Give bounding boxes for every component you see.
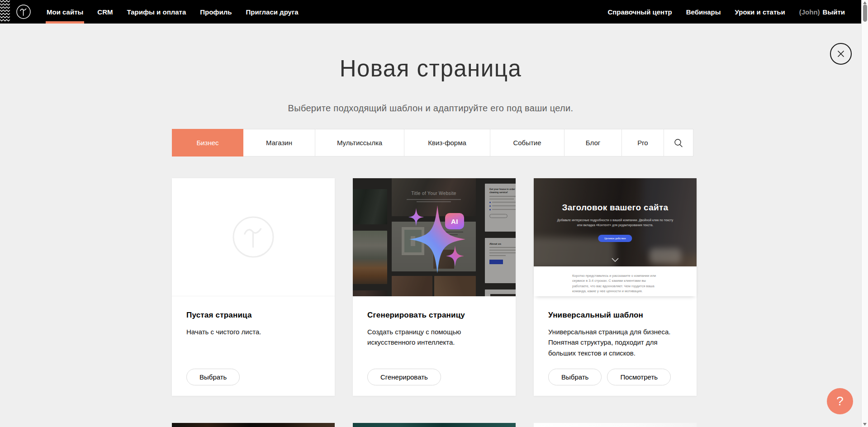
nav-item-my-sites[interactable]: Мои сайты — [47, 0, 83, 24]
generate-button[interactable]: Сгенерировать — [367, 369, 441, 385]
ai-sparkle-icon — [353, 178, 516, 296]
card-title: Пустая страница — [186, 311, 320, 320]
page-subtitle: Выберите подходящий шаблон и адаптируйте… — [0, 103, 861, 114]
search-icon — [674, 138, 683, 148]
universal-template-preview: Заголовок вашего сайта Добавьте интересн… — [534, 178, 697, 296]
nav-item-crm[interactable]: CRM — [97, 0, 113, 24]
preview-hero: Заголовок вашего сайта Добавьте интересн… — [534, 178, 697, 266]
card-description: Универсальная страница для бизнеса. Поня… — [548, 327, 682, 358]
tab-search[interactable] — [664, 129, 693, 157]
tilda-logo[interactable] — [16, 0, 31, 24]
tab-multilink[interactable]: Мультиссылка — [315, 129, 404, 157]
page-title: Новая страница — [0, 55, 861, 82]
card-description: Создать страницу с помощью искусственног… — [367, 327, 494, 348]
new-page-screen: Мои сайты CRM Тарифы и оплата Профиль Пр… — [0, 0, 868, 427]
template-card-ai-generate[interactable]: Title of Your Website Get your house in … — [353, 178, 516, 396]
nav-item-lessons[interactable]: Уроки и статьи — [735, 0, 785, 24]
tab-pro[interactable]: Pro — [622, 129, 664, 157]
tab-quiz-form[interactable]: Квиз-форма — [404, 129, 490, 157]
scrollbar-down-arrow[interactable] — [863, 423, 867, 426]
logout-link[interactable]: Выйти — [823, 8, 845, 16]
template-category-tabs: Бизнес Магазин Мультиссылка Квиз-форма С… — [172, 129, 693, 157]
tilda-logo-icon — [16, 4, 31, 19]
tab-blog[interactable]: Блог — [564, 129, 622, 157]
tilda-watermark-icon — [232, 216, 275, 258]
card-description: Начать с чистого листа. — [186, 327, 313, 337]
select-universal-button[interactable]: Выбрать — [548, 369, 602, 385]
card-info: Универсальный шаблон Универсальная стран… — [534, 296, 697, 358]
card-info: Пустая страница Начать с чистого листа. — [172, 296, 335, 337]
template-card-universal[interactable]: Заголовок вашего сайта Добавьте интересн… — [534, 178, 697, 396]
scrollbar-thumb[interactable] — [863, 5, 867, 22]
preview-body-text: Коротко представьтесь и расскажите о ком… — [572, 273, 663, 294]
select-blank-button[interactable]: Выбрать — [186, 369, 240, 385]
preview-cta-button: Целевое действие — [598, 235, 632, 242]
preview-hero-text: Добавьте интересные подробности о вашей … — [555, 218, 676, 228]
nav-item-invite-friend[interactable]: Пригласи друга — [246, 0, 298, 24]
view-universal-button[interactable]: Посмотреть — [607, 369, 671, 385]
top-navigation-bar: Мои сайты CRM Тарифы и оплата Профиль Пр… — [0, 0, 861, 24]
question-mark-icon: ? — [836, 394, 844, 408]
user-logout[interactable]: (John) Выйти — [799, 0, 845, 24]
main-nav: Мои сайты CRM Тарифы и оплата Профиль Пр… — [47, 0, 299, 24]
card-info: Сгенерировать страницу Создать страницу … — [353, 296, 516, 348]
preview-hero-title: Заголовок вашего сайта — [534, 203, 697, 213]
ai-badge: AI — [445, 213, 464, 229]
card-title: Универсальный шаблон — [548, 311, 682, 320]
template-card-blank-page[interactable]: Пустая страница Начать с чистого листа. … — [172, 178, 335, 396]
template-grid: Пустая страница Начать с чистого листа. … — [172, 178, 697, 396]
nav-item-pricing[interactable]: Тарифы и оплата — [127, 0, 186, 24]
secondary-nav: Справочный центр Вебинары Уроки и статьи… — [607, 0, 861, 24]
template-card-partial-2[interactable] — [353, 423, 516, 427]
card-actions: Выбрать Посмотреть — [548, 369, 671, 385]
card-actions: Сгенерировать — [367, 369, 441, 385]
tab-event[interactable]: Событие — [490, 129, 564, 157]
nav-item-profile[interactable]: Профиль — [200, 0, 232, 24]
preview-body: Коротко представьтесь и расскажите о ком… — [534, 266, 697, 296]
blank-page-preview — [172, 178, 335, 296]
tab-shop[interactable]: Магазин — [243, 129, 315, 157]
ai-collage-preview: Title of Your Website Get your house in … — [353, 178, 516, 296]
tab-business[interactable]: Бизнес — [172, 129, 243, 157]
template-card-partial-3[interactable] — [534, 423, 697, 427]
card-actions: Выбрать — [186, 369, 240, 385]
chevron-down-icon — [612, 258, 619, 262]
nav-item-help-center[interactable]: Справочный центр — [607, 0, 672, 24]
help-button[interactable]: ? — [827, 388, 853, 414]
template-grid-row2 — [172, 423, 697, 427]
template-card-partial-1[interactable] — [172, 423, 335, 427]
scrollbar-up-arrow[interactable] — [863, 1, 867, 4]
scrollbar[interactable] — [861, 0, 868, 427]
user-name: (John) — [799, 8, 820, 16]
card-title: Сгенерировать страницу — [367, 311, 501, 320]
nav-item-webinars[interactable]: Вебинары — [686, 0, 721, 24]
zigzag-pattern-icon — [0, 0, 10, 24]
